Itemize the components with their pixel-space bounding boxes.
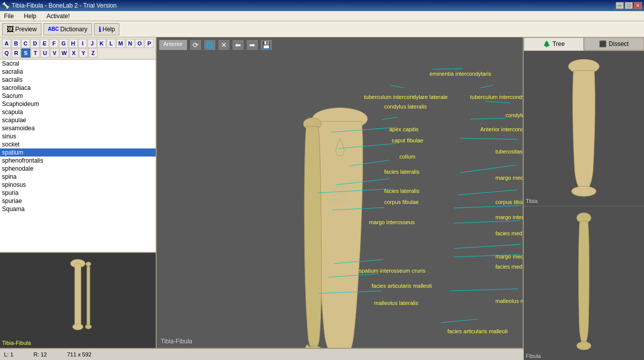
rotate-icon[interactable]: ⟳: [190, 39, 202, 50]
annotation-a12: margo medialis: [495, 175, 523, 181]
help-label: Help: [103, 26, 115, 33]
svg-point-38: [577, 341, 591, 349]
alpha-btn-W[interactable]: W: [60, 48, 69, 58]
alpha-btn-P[interactable]: P: [145, 39, 154, 48]
maximize-button[interactable]: □: [625, 2, 633, 9]
tab-tree[interactable]: 🌲 Tree: [524, 37, 584, 50]
alpha-btn-K[interactable]: K: [97, 39, 106, 48]
dictionary-button[interactable]: ABC Dictionary: [43, 23, 92, 35]
tab-tree-label: Tree: [553, 40, 565, 47]
titlebar-controls: ─ □ ✕: [616, 2, 642, 9]
alpha-btn-E[interactable]: E: [40, 39, 49, 48]
annotation-a25: facies articularis malleoli: [447, 328, 508, 334]
word-list[interactable]: SacralsacraliasacralissacroiliacaSacrumS…: [0, 60, 156, 252]
status-r: R: 12: [33, 351, 47, 357]
word-item[interactable]: sacroiliaca: [0, 84, 156, 92]
svg-rect-1: [75, 264, 81, 327]
alpha-btn-T[interactable]: T: [31, 48, 40, 58]
annotation-a19: margo medialis: [495, 253, 523, 260]
center-view[interactable]: Anterior ⟳ 🌐 ✕ ⬅ ➡ 💾: [157, 37, 523, 348]
alpha-btn-F[interactable]: F: [50, 39, 59, 48]
alpha-btn-V[interactable]: V: [50, 48, 59, 58]
view-toolbar: Anterior ⟳ 🌐 ✕ ⬅ ➡ 💾: [159, 39, 272, 50]
annotation-a8: caput fibulae: [392, 137, 423, 143]
alpha-btn-U[interactable]: U: [40, 48, 50, 58]
alpha-btn-O[interactable]: O: [135, 39, 144, 48]
alpha-btn-H[interactable]: H: [69, 39, 78, 48]
word-item[interactable]: spuria: [0, 189, 156, 197]
alpha-btn-I[interactable]: I: [78, 39, 87, 48]
svg-point-2: [73, 324, 83, 330]
alpha-btn-Q[interactable]: Q: [2, 48, 11, 58]
menu-activate[interactable]: Activate!: [44, 13, 72, 20]
right-fibula-preview[interactable]: Fibula: [524, 207, 644, 361]
minimize-button[interactable]: ─: [616, 2, 624, 9]
preview-button[interactable]: 🖼 Preview: [2, 23, 41, 35]
alpha-btn-M[interactable]: M: [116, 39, 125, 48]
annotation-a6: apex capitis: [389, 126, 419, 132]
tab-dissect[interactable]: ⬛ Dissect: [584, 37, 644, 50]
help-button[interactable]: ℹ Help: [94, 23, 120, 35]
globe-icon[interactable]: 🌐: [204, 39, 216, 50]
annotation-a9: tuberositas tibiae: [495, 148, 523, 155]
save-icon[interactable]: 💾: [260, 39, 272, 50]
close-button[interactable]: ✕: [634, 2, 642, 9]
annotation-a16: margo interosseus: [369, 219, 415, 225]
word-item[interactable]: Scaphoideum: [0, 100, 156, 108]
annotation-a5: condylus medialis: [505, 112, 523, 118]
alpha-btn-J[interactable]: J: [87, 39, 97, 48]
word-item[interactable]: Sacral: [0, 60, 156, 68]
word-item[interactable]: sacralis: [0, 76, 156, 84]
alpha-btn-G[interactable]: G: [59, 39, 68, 48]
back-icon[interactable]: ⬅: [232, 39, 244, 50]
alpha-btn-Z[interactable]: Z: [88, 48, 98, 58]
svg-point-36: [571, 186, 596, 196]
menu-file[interactable]: File: [2, 13, 16, 20]
word-item[interactable]: spina: [0, 173, 156, 181]
word-item[interactable]: sinus: [0, 132, 156, 140]
svg-point-5: [85, 325, 92, 329]
alpha-btn-C[interactable]: C: [21, 39, 30, 48]
word-item[interactable]: spinosus: [0, 181, 156, 189]
annotation-a24: malleolus medialis: [495, 298, 523, 304]
annotation-a18: facies medialis: [495, 230, 523, 236]
forward-icon[interactable]: ➡: [246, 39, 258, 50]
word-item[interactable]: sphenodale: [0, 165, 156, 173]
word-item[interactable]: Sacrum: [0, 92, 156, 100]
preview-pane: Tibia-Fibula: [0, 252, 156, 348]
word-item[interactable]: scapula: [0, 108, 156, 116]
dictionary-label: Dictionary: [60, 26, 87, 33]
word-item[interactable]: sacralia: [0, 68, 156, 76]
dictionary-icon: ABC: [48, 26, 59, 32]
alpha-btn-N[interactable]: N: [126, 39, 135, 48]
anterior-view-button[interactable]: Anterior: [159, 39, 188, 50]
annotation-a15: corpus tibiae: [495, 199, 523, 205]
word-item[interactable]: sesamoidea: [0, 124, 156, 132]
alpha-btn-R[interactable]: R: [12, 48, 21, 58]
close-view-icon[interactable]: ✕: [218, 39, 230, 50]
alphabet-row2: QRSTUVWXYZ: [2, 48, 154, 58]
dissect-icon: ⬛: [599, 40, 607, 47]
alpha-btn-D[interactable]: D: [30, 39, 39, 48]
alpha-btn-X[interactable]: X: [69, 48, 78, 58]
alpha-btn-A[interactable]: A: [2, 39, 11, 48]
word-item[interactable]: spatium: [0, 148, 156, 157]
alpha-btn-L[interactable]: L: [107, 39, 116, 48]
right-tabs: 🌲 Tree ⬛ Dissect: [524, 37, 644, 51]
alpha-btn-Y[interactable]: Y: [79, 48, 88, 58]
menu-help[interactable]: Help: [22, 13, 38, 20]
svg-rect-4: [87, 266, 90, 327]
bone-label: Tibia-Fibula: [161, 338, 192, 345]
alpha-btn-S[interactable]: S: [21, 48, 30, 58]
word-item[interactable]: spuriae: [0, 197, 156, 205]
word-item[interactable]: Squama: [0, 205, 156, 213]
status-dimensions: 711 x 592: [67, 351, 91, 357]
preview-bone-label: Tibia-Fibula: [2, 340, 31, 346]
word-item[interactable]: socket: [0, 140, 156, 148]
word-item[interactable]: sphenofrontalis: [0, 157, 156, 165]
menubar: File Help Activate!: [0, 11, 644, 21]
right-tibia-preview[interactable]: Tibia: [524, 51, 644, 207]
alpha-btn-B[interactable]: B: [12, 39, 21, 48]
word-item[interactable]: scapulae: [0, 116, 156, 124]
annotation-a10: collum: [399, 153, 416, 160]
